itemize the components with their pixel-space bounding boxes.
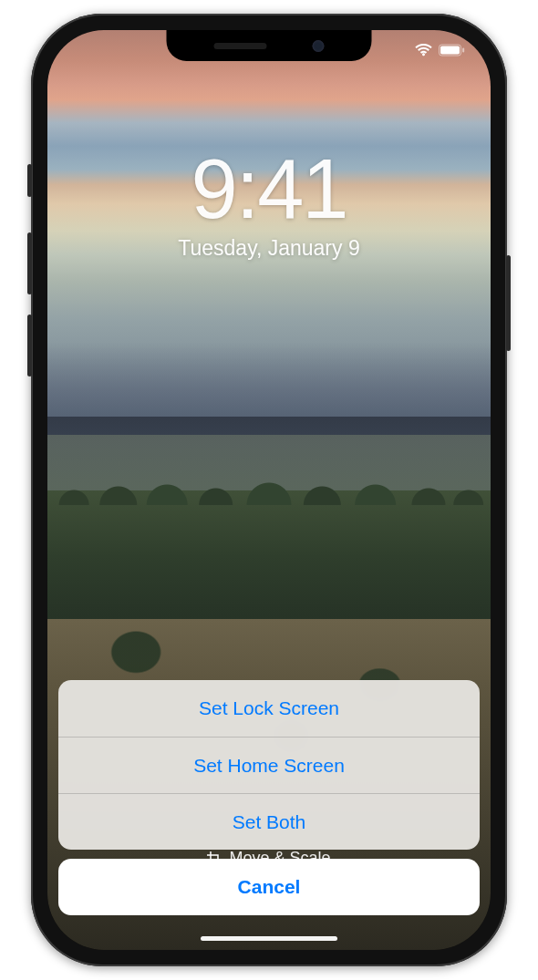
- cancel-button[interactable]: Cancel: [58, 859, 480, 915]
- battery-icon: [439, 44, 465, 57]
- clock-date: Tuesday, January 9: [47, 236, 491, 261]
- set-both-button[interactable]: Set Both: [58, 793, 480, 850]
- set-home-screen-button[interactable]: Set Home Screen: [58, 737, 480, 793]
- set-lock-screen-button[interactable]: Set Lock Screen: [58, 680, 480, 737]
- clock-time: 9:41: [47, 147, 491, 231]
- svg-rect-2: [462, 48, 464, 53]
- svg-rect-1: [440, 46, 460, 55]
- device-frame: 9:41 Tuesday, January 9 Move & Scale Set…: [31, 14, 507, 966]
- action-label: Set Lock Screen: [199, 697, 339, 719]
- action-label: Set Both: [233, 811, 306, 833]
- mute-switch[interactable]: [27, 164, 32, 197]
- lockscreen-clock: 9:41 Tuesday, January 9: [47, 147, 491, 261]
- speaker-grille: [214, 43, 267, 49]
- volume-up-button[interactable]: [27, 232, 32, 294]
- action-label: Set Home Screen: [193, 755, 345, 777]
- volume-down-button[interactable]: [27, 315, 32, 377]
- wifi-icon: [415, 44, 432, 57]
- power-button[interactable]: [506, 255, 511, 351]
- action-sheet: Set Lock Screen Set Home Screen Set Both…: [58, 680, 480, 915]
- front-camera: [313, 40, 325, 52]
- notch: [167, 30, 372, 61]
- status-bar: [415, 39, 465, 61]
- cancel-label: Cancel: [238, 876, 301, 898]
- home-indicator[interactable]: [201, 936, 337, 941]
- action-sheet-options: Set Lock Screen Set Home Screen Set Both: [58, 680, 480, 850]
- screen: 9:41 Tuesday, January 9 Move & Scale Set…: [47, 30, 491, 950]
